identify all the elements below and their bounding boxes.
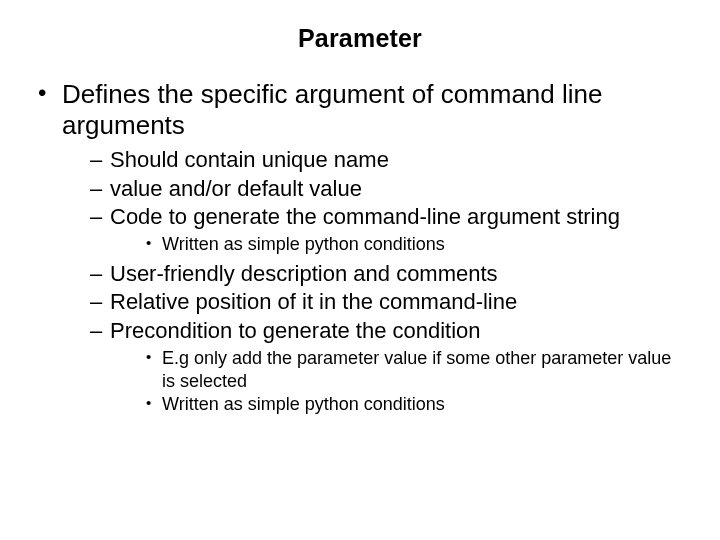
bullet-l2: Should contain unique name — [88, 146, 684, 174]
bullet-l3-group: Written as simple python conditions — [144, 233, 684, 256]
bullet-l3-text: Written as simple python conditions — [162, 234, 445, 254]
bullet-list: Defines the specific argument of command… — [36, 79, 684, 417]
bullet-l1: Defines the specific argument of command… — [36, 79, 684, 417]
bullet-l2-text: Precondition to generate the condition — [110, 318, 481, 343]
bullet-l2: User-friendly description and comments — [88, 260, 684, 288]
bullet-l3-group: E.g only add the parameter value if some… — [144, 347, 684, 417]
bullet-l3: E.g only add the parameter value if some… — [144, 347, 684, 394]
bullet-l2-group: Should contain unique name value and/or … — [88, 146, 684, 417]
bullet-l2: Relative position of it in the command-l… — [88, 288, 684, 316]
bullet-l2-text: User-friendly description and comments — [110, 261, 498, 286]
bullet-l2-text: Should contain unique name — [110, 147, 389, 172]
bullet-l2: Code to generate the command-line argume… — [88, 203, 684, 257]
bullet-l2-text: value and/or default value — [110, 176, 362, 201]
bullet-l3: Written as simple python conditions — [144, 233, 684, 256]
bullet-l2: Precondition to generate the condition E… — [88, 317, 684, 417]
bullet-l1-text: Defines the specific argument of command… — [62, 79, 603, 140]
bullet-l2-text: Relative position of it in the command-l… — [110, 289, 517, 314]
bullet-l3-text: Written as simple python conditions — [162, 394, 445, 414]
bullet-l3: Written as simple python conditions — [144, 393, 684, 416]
bullet-l2: value and/or default value — [88, 175, 684, 203]
slide-title: Parameter — [36, 24, 684, 53]
bullet-l3-text: E.g only add the parameter value if some… — [162, 348, 671, 391]
bullet-l2-text: Code to generate the command-line argume… — [110, 204, 620, 229]
slide: Parameter Defines the specific argument … — [0, 0, 720, 540]
